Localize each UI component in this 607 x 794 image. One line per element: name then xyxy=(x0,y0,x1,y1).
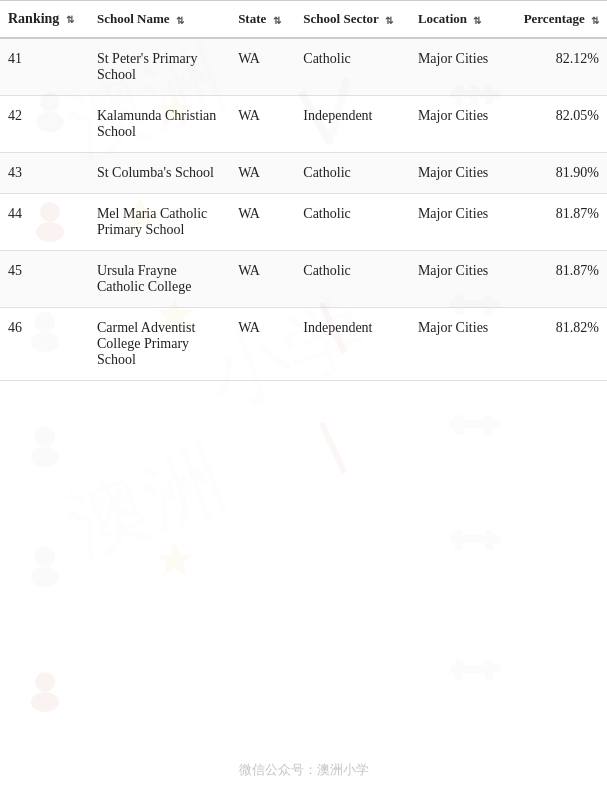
svg-rect-33 xyxy=(450,665,500,673)
sort-arrows-location: ⇅ xyxy=(473,15,481,26)
table-row: 41St Peter's Primary SchoolWACatholicMaj… xyxy=(0,38,607,96)
cell-school-name: Ursula Frayne Catholic College xyxy=(89,251,230,308)
table-row: 43St Columba's SchoolWACatholicMajor Cit… xyxy=(0,153,607,194)
table-row: 42Kalamunda Christian SchoolWAIndependen… xyxy=(0,96,607,153)
svg-marker-27 xyxy=(157,542,193,576)
table-header-row: Ranking ⇅ School Name ⇅ State ⇅ School S… xyxy=(0,1,607,39)
svg-point-20 xyxy=(31,447,59,467)
svg-point-31 xyxy=(35,672,55,692)
cell-percentage: 81.87% xyxy=(508,251,607,308)
cell-location: Major Cities xyxy=(410,38,508,96)
cell-ranking: 43 xyxy=(0,153,89,194)
svg-text:澳洲: 澳洲 xyxy=(56,434,237,572)
cell-ranking: 41 xyxy=(0,38,89,96)
svg-rect-29 xyxy=(455,530,463,550)
cell-percentage: 81.82% xyxy=(508,308,607,381)
header-ranking[interactable]: Ranking ⇅ xyxy=(0,1,89,39)
svg-rect-35 xyxy=(485,660,493,680)
header-state[interactable]: State ⇅ xyxy=(230,1,295,39)
header-location[interactable]: Location ⇅ xyxy=(410,1,508,39)
cell-state: WA xyxy=(230,38,295,96)
cell-percentage: 81.90% xyxy=(508,153,607,194)
svg-point-19 xyxy=(35,427,55,447)
table-row: 44Mel Maria Catholic Primary SchoolWACat… xyxy=(0,194,607,251)
svg-rect-30 xyxy=(485,530,493,550)
header-school-name[interactable]: School Name ⇅ xyxy=(89,1,230,39)
sort-arrows-school-name: ⇅ xyxy=(176,15,184,26)
header-school-sector[interactable]: School Sector ⇅ xyxy=(295,1,410,39)
cell-location: Major Cities xyxy=(410,194,508,251)
svg-rect-34 xyxy=(455,660,463,680)
cell-location: Major Cities xyxy=(410,96,508,153)
cell-ranking: 42 xyxy=(0,96,89,153)
rankings-table: Ranking ⇅ School Name ⇅ State ⇅ School S… xyxy=(0,0,607,381)
cell-school-sector: Catholic xyxy=(295,251,410,308)
cell-school-name: Kalamunda Christian School xyxy=(89,96,230,153)
cell-ranking: 44 xyxy=(0,194,89,251)
cell-state: WA xyxy=(230,96,295,153)
cell-school-name: St Columba's School xyxy=(89,153,230,194)
sort-arrows-percentage: ⇅ xyxy=(591,15,599,26)
header-percentage[interactable]: Percentage ⇅ xyxy=(508,1,607,39)
watermark-text-1: 微信公众号：澳洲小学 xyxy=(239,762,369,777)
svg-rect-22 xyxy=(450,420,500,428)
cell-school-sector: Catholic xyxy=(295,153,410,194)
cell-percentage: 82.12% xyxy=(508,38,607,96)
cell-location: Major Cities xyxy=(410,153,508,194)
cell-school-name: St Peter's Primary School xyxy=(89,38,230,96)
cell-school-sector: Independent xyxy=(295,96,410,153)
cell-state: WA xyxy=(230,153,295,194)
cell-state: WA xyxy=(230,251,295,308)
cell-school-name: Mel Maria Catholic Primary School xyxy=(89,194,230,251)
sort-arrows-sector: ⇅ xyxy=(385,15,393,26)
cell-school-sector: Catholic xyxy=(295,194,410,251)
cell-ranking: 46 xyxy=(0,308,89,381)
svg-rect-28 xyxy=(450,535,500,543)
cell-location: Major Cities xyxy=(410,251,508,308)
sort-arrows-state: ⇅ xyxy=(273,15,281,26)
cell-state: WA xyxy=(230,194,295,251)
cell-location: Major Cities xyxy=(410,308,508,381)
cell-percentage: 81.87% xyxy=(508,194,607,251)
svg-point-32 xyxy=(31,692,59,712)
svg-point-26 xyxy=(31,567,59,587)
svg-rect-23 xyxy=(455,415,463,435)
table-row: 45Ursula Frayne Catholic CollegeWACathol… xyxy=(0,251,607,308)
cell-state: WA xyxy=(230,308,295,381)
sort-arrows-ranking: ⇅ xyxy=(66,14,74,25)
cell-school-sector: Catholic xyxy=(295,38,410,96)
svg-point-25 xyxy=(35,547,55,567)
svg-rect-24 xyxy=(485,415,493,435)
table-row: 46Carmel Adventist College Primary Schoo… xyxy=(0,308,607,381)
cell-school-name: Carmel Adventist College Primary School xyxy=(89,308,230,381)
svg-rect-21 xyxy=(319,422,348,474)
cell-school-sector: Independent xyxy=(295,308,410,381)
cell-percentage: 82.05% xyxy=(508,96,607,153)
cell-ranking: 45 xyxy=(0,251,89,308)
